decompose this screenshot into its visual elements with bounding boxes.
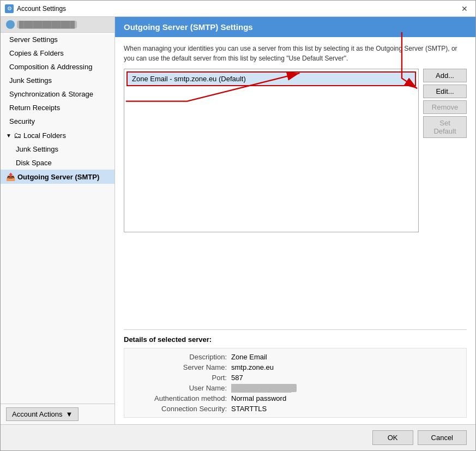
account-settings-window: ⚙ Account Settings ✕ ████████████ Server… — [0, 0, 476, 451]
sidebar-item-disk-space[interactable]: Disk Space — [1, 156, 115, 170]
server-name-label: Server Name: — [129, 363, 227, 371]
content-area: Outgoing Server (SMTP) Settings When man… — [115, 17, 475, 424]
sidebar-footer: Account Actions ▼ — [1, 404, 115, 424]
port-label: Port: — [129, 374, 227, 382]
auth-method-value: Normal password — [231, 394, 462, 402]
description-value: Zone Email — [231, 353, 462, 361]
sidebar-item-junk-settings-local[interactable]: Junk Settings — [1, 142, 115, 156]
sidebar-item-return-receipts[interactable]: Return Receipts — [1, 101, 115, 115]
conn-security-value: STARTTLS — [231, 405, 462, 413]
description-text: When managing your identities you can us… — [124, 44, 467, 63]
remove-button[interactable]: Remove — [423, 100, 467, 114]
username-value: ████████████ — [231, 384, 297, 392]
server-list[interactable]: Zone Email - smtp.zone.eu (Default) — [124, 69, 419, 232]
sidebar-item-server-settings[interactable]: Server Settings — [1, 33, 115, 46]
content-body: When managing your identities you can us… — [115, 37, 475, 424]
dialog-footer: OK Cancel — [1, 424, 475, 450]
edit-button[interactable]: Edit... — [423, 85, 467, 98]
account-name: ████████████ — [17, 21, 77, 28]
set-default-button[interactable]: Set Default — [423, 116, 467, 138]
sidebar-item-copies-folders[interactable]: Copies & Folders — [1, 46, 115, 60]
cancel-button[interactable]: Cancel — [418, 430, 467, 445]
ok-button[interactable]: OK — [372, 430, 413, 445]
username-label: User Name: — [129, 384, 227, 392]
sidebar-item-composition-addressing[interactable]: Composition & Addressing — [1, 60, 115, 74]
sidebar: ████████████ Server Settings Copies & Fo… — [1, 17, 115, 424]
description-label: Description: — [129, 353, 227, 361]
title-bar: ⚙ Account Settings ✕ — [1, 1, 475, 17]
main-content: ████████████ Server Settings Copies & Fo… — [1, 17, 475, 424]
window-icon: ⚙ — [5, 4, 14, 13]
details-grid: Description: Zone Email Server Name: smt… — [124, 348, 467, 418]
sidebar-item-junk-settings[interactable]: Junk Settings — [1, 74, 115, 87]
content-header: Outgoing Server (SMTP) Settings — [115, 17, 475, 37]
outgoing-server-icon: 📤 — [6, 172, 15, 181]
sidebar-item-security[interactable]: Security — [1, 115, 115, 128]
sidebar-items: Server Settings Copies & Folders Composi… — [1, 33, 115, 404]
details-section: Details of selected server: Description:… — [124, 329, 467, 418]
server-buttons: Add... Edit... Remove Set Default — [423, 69, 467, 324]
server-name-value: smtp.zone.eu — [231, 363, 462, 371]
sidebar-item-outgoing-server[interactable]: 📤 Outgoing Server (SMTP) — [1, 170, 115, 184]
window-title: Account Settings — [17, 5, 66, 13]
account-icon — [6, 20, 15, 29]
add-button[interactable]: Add... — [423, 69, 467, 82]
server-list-item[interactable]: Zone Email - smtp.zone.eu (Default) — [126, 71, 416, 86]
details-title: Details of selected server: — [124, 335, 467, 344]
sidebar-item-synchronization[interactable]: Synchronization & Storage — [1, 87, 115, 101]
folder-icon: 🗂 — [14, 131, 21, 140]
chevron-down-icon: ▼ — [6, 133, 11, 139]
auth-method-label: Authentication method: — [129, 394, 227, 402]
server-panel: Zone Email - smtp.zone.eu (Default) Add.… — [124, 69, 467, 324]
sidebar-group-local-folders[interactable]: ▼ 🗂 Local Folders — [1, 128, 115, 142]
close-button[interactable]: ✕ — [458, 2, 471, 15]
conn-security-label: Connection Security: — [129, 405, 227, 413]
dropdown-arrow-icon: ▼ — [66, 410, 73, 418]
account-header: ████████████ — [1, 17, 115, 33]
account-actions-button[interactable]: Account Actions ▼ — [6, 407, 79, 421]
port-value: 587 — [231, 374, 462, 382]
